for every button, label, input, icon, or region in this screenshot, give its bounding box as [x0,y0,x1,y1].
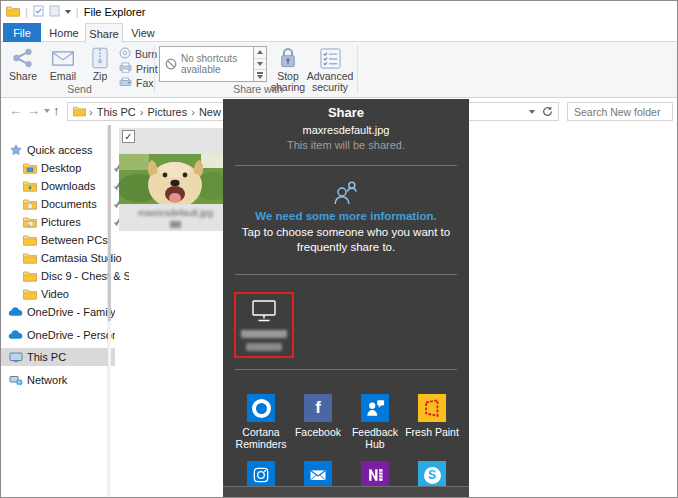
nearby-device-tile[interactable] [234,292,294,358]
sidebar-item-onedrive-family[interactable]: OneDrive - Family [1,303,115,321]
zip-button-label: Zip [93,71,108,82]
mail-tile[interactable] [304,461,332,489]
forward-icon[interactable]: → [27,103,40,118]
group-separator [154,45,155,93]
email-button[interactable]: Email [45,45,81,82]
properties-icon[interactable] [33,3,44,21]
ribbon: Share Email Zip Burn to disc Print Fax N… [1,42,677,98]
share-panel-scroll-area[interactable] [223,486,469,498]
breadcrumb-pictures[interactable]: Pictures [143,106,191,118]
title-bar: | | File Explorer [1,1,677,23]
divider [235,274,457,275]
burn-disc-icon [119,47,131,61]
folder-icon [22,253,37,264]
send-group-label: Send [5,83,154,95]
share-flyout-panel: Share maxresdefault.jpg This item will b… [223,99,469,497]
pc-monitor-icon [251,299,277,326]
item-checkbox[interactable]: ✓ [122,130,135,143]
people-icon [223,179,469,210]
gallery-more-button[interactable] [254,70,266,81]
up-icon[interactable]: ↑ [53,103,60,118]
share-with-gallery[interactable]: No shortcuts available [159,46,267,82]
share-button[interactable]: Share [5,45,41,82]
location-folder-icon [73,106,86,117]
share-panel-title: Share [223,105,469,120]
zip-button[interactable]: Zip [85,45,115,82]
sidebar-item-network[interactable]: Network [1,371,115,389]
sidebar-item-label: Disc 9 - Chest & Sho [41,270,129,282]
gallery-scroll-buttons [253,47,266,81]
group-separator [357,45,358,93]
tab-share[interactable]: Share [85,23,123,43]
new-item-icon[interactable] [49,3,60,21]
sidebar-item-label: Between PCs [41,234,108,246]
customize-caret-icon[interactable] [65,10,71,14]
sidebar-item-label: Network [27,374,67,386]
cortana-icon [252,399,271,418]
onenote-tile[interactable] [361,461,389,489]
file-explorer-window: | | File Explorer File Home Share View S… [0,0,678,498]
cortana-reminders-label: Cortana Reminders [232,426,290,450]
print-button[interactable]: Print [119,62,158,75]
refresh-icon[interactable] [542,103,553,121]
instagram-tile[interactable] [247,461,275,489]
gallery-scroll-up[interactable] [254,47,266,59]
facebook-tile[interactable]: f [304,394,332,422]
desktop-folder-icon [22,163,37,174]
security-checklist-icon [320,45,341,71]
prompt-title: We need some more information. [223,210,469,222]
address-dropdown-caret-icon[interactable] [529,110,535,114]
lock-icon [279,45,297,71]
sidebar-scrollbar-thumb[interactable] [108,125,111,321]
instagram-icon [251,465,271,485]
tab-file[interactable]: File [3,23,41,42]
sidebar-item-label: Desktop [41,162,81,174]
folder-icon [22,235,37,246]
divider [235,369,457,370]
sidebar-item-label: Pictures [41,216,81,228]
documents-folder-icon [22,199,37,210]
breadcrumb-this-pc[interactable]: This PC [93,106,140,118]
tab-view[interactable]: View [125,23,161,42]
sidebar-item-label: Downloads [41,180,95,192]
sidebar-item-label: Video [41,288,69,300]
file-item-maxresdefault[interactable]: ✓ maxresdefault.jpg [119,128,232,231]
sidebar-item-quick-access[interactable]: Quick access [1,141,115,159]
cloud-icon [8,330,23,340]
gallery-scroll-down[interactable] [254,59,266,71]
cortana-reminders-tile[interactable] [247,394,275,422]
search-input[interactable] [567,102,673,121]
file-badge-redacted [170,221,181,228]
sidebar-item-label: This PC [27,351,66,363]
sidebar-item-onedrive-personal[interactable]: OneDrive - Personal [1,326,115,344]
network-icon [8,375,23,386]
feedback-hub-tile[interactable] [361,394,389,422]
share-button-label: Share [9,71,37,82]
feedback-hub-icon [364,397,386,419]
prompt-body: Tap to choose someone who you want to fr… [223,225,469,255]
print-icon [119,62,132,75]
downloads-folder-icon [22,181,37,192]
ribbon-tab-row: File Home Share View [1,23,677,42]
sidebar-item-this-pc[interactable]: This PC [1,348,115,366]
sidebar-item-label: Quick access [27,144,92,156]
fresh-paint-tile[interactable] [418,394,446,422]
feedback-hub-label: Feedback Hub [346,426,404,450]
skype-icon: S [424,467,441,484]
email-icon [52,45,74,71]
device-name-redacted-line2 [246,343,282,351]
sidebar-item-label: Documents [41,198,97,210]
separator: | [25,6,28,18]
sidebar-item-label: OneDrive - Family [27,306,115,318]
recent-locations-caret-icon[interactable] [44,109,50,113]
tab-home[interactable]: Home [45,23,83,42]
back-icon[interactable]: ← [9,103,22,118]
share-status-text: This item will be shared. [223,139,469,151]
sidebar-item-label: OneDrive - Personal [27,329,115,341]
share-file-name: maxresdefault.jpg [223,124,469,136]
device-name-redacted-line1 [241,330,287,338]
divider [235,165,457,166]
skype-tile[interactable]: S [418,461,446,489]
folder-icon[interactable] [6,3,20,21]
folder-icon [22,289,37,300]
